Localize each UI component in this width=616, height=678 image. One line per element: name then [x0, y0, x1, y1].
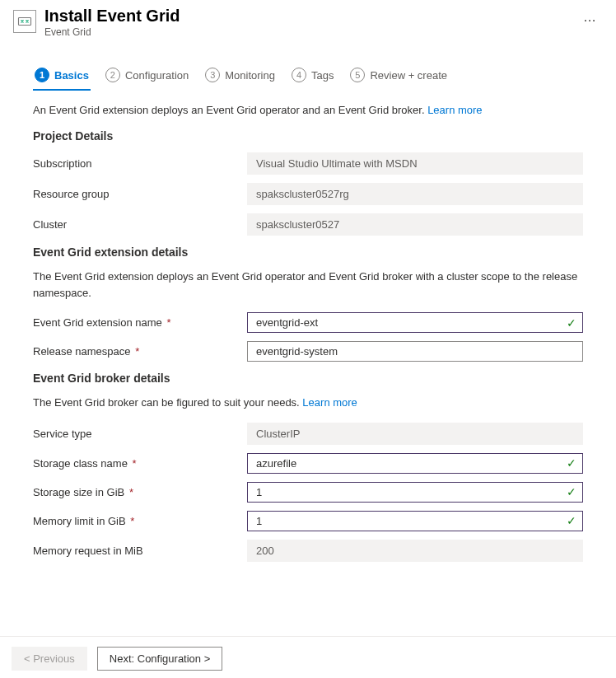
- wizard-content: An Event Grid extension deploys an Event…: [0, 91, 616, 636]
- subscription-row: Subscription Visual Studio Ultimate with…: [33, 152, 583, 175]
- intro-description: An Event Grid extension deploys an Event…: [33, 104, 583, 116]
- subscription-label: Subscription: [33, 157, 247, 170]
- release-namespace-label: Release namespace: [33, 345, 131, 358]
- memory-limit-input[interactable]: [247, 511, 583, 531]
- subscription-value: Visual Studio Ultimate with MSDN: [247, 152, 583, 175]
- required-indicator-icon: *: [129, 457, 137, 470]
- memory-limit-row: Memory limit in GiB * ✓: [33, 511, 583, 531]
- learn-more-link[interactable]: Learn more: [427, 104, 482, 116]
- resource-group-row: Resource group spakscluster0527rg: [33, 183, 583, 205]
- step-number-icon: 3: [205, 68, 220, 82]
- page-subtitle: Event Grid: [44, 26, 568, 38]
- previous-button[interactable]: < Previous: [12, 647, 87, 671]
- learn-more-link[interactable]: Learn more: [302, 396, 357, 409]
- storage-size-input[interactable]: [247, 482, 583, 503]
- page-title: Install Event Grid: [44, 7, 568, 26]
- service-type-label: Service type: [33, 428, 247, 440]
- check-icon: ✓: [567, 485, 576, 498]
- release-namespace-input[interactable]: [247, 341, 583, 362]
- cluster-row: Cluster spakscluster0527: [33, 213, 583, 236]
- tab-monitoring[interactable]: 3 Monitoring: [203, 63, 277, 91]
- release-namespace-row: Release namespace *: [33, 341, 583, 362]
- step-number-icon: 5: [350, 68, 365, 82]
- tab-basics[interactable]: 1 Basics: [33, 63, 91, 91]
- extension-name-label: Event Grid extension name: [33, 316, 162, 329]
- service-type-value: ClusterIP: [247, 423, 583, 445]
- storage-size-row: Storage size in GiB * ✓: [33, 482, 583, 503]
- tab-label: Monitoring: [225, 69, 275, 82]
- storage-class-label: Storage class name: [33, 457, 128, 470]
- memory-request-label: Memory request in MiB: [33, 545, 247, 557]
- broker-details-description: The Event Grid broker can be figured to …: [33, 395, 583, 411]
- cluster-value: spakscluster0527: [247, 213, 583, 236]
- resource-group-label: Resource group: [33, 188, 247, 200]
- required-indicator-icon: *: [128, 515, 135, 527]
- tab-configuration[interactable]: 2 Configuration: [104, 63, 190, 91]
- storage-size-label: Storage size in GiB: [33, 486, 124, 498]
- cluster-label: Cluster: [33, 218, 247, 231]
- required-indicator-icon: *: [164, 316, 171, 329]
- check-icon: ✓: [567, 514, 576, 527]
- required-indicator-icon: *: [133, 345, 140, 358]
- wizard-tabs: 1 Basics 2 Configuration 3 Monitoring 4 …: [0, 63, 616, 91]
- tab-review-create[interactable]: 5 Review + create: [348, 63, 449, 91]
- more-actions-button[interactable]: …: [576, 7, 603, 28]
- extension-details-heading: Event Grid extension details: [33, 245, 583, 259]
- memory-request-row: Memory request in MiB 200: [33, 540, 583, 562]
- tab-label: Review + create: [370, 69, 447, 82]
- check-icon: ✓: [567, 456, 576, 470]
- service-type-row: Service type ClusterIP: [33, 423, 583, 445]
- extension-name-input[interactable]: [247, 312, 583, 333]
- wizard-footer: < Previous Next: Configuration >: [0, 636, 616, 679]
- next-button[interactable]: Next: Configuration >: [97, 647, 222, 671]
- project-details-heading: Project Details: [33, 129, 583, 143]
- storage-class-row: Storage class name * ✓: [33, 453, 583, 474]
- required-indicator-icon: *: [126, 486, 133, 498]
- step-number-icon: 2: [105, 68, 120, 82]
- event-grid-icon: [13, 10, 36, 33]
- storage-class-input[interactable]: [247, 453, 583, 474]
- resource-group-value: spakscluster0527rg: [247, 183, 583, 205]
- tab-label: Configuration: [125, 69, 189, 82]
- check-icon: ✓: [567, 316, 576, 330]
- memory-request-value: 200: [247, 540, 583, 562]
- tab-label: Basics: [54, 69, 89, 82]
- step-number-icon: 4: [292, 68, 306, 82]
- extension-name-row: Event Grid extension name * ✓: [33, 312, 583, 333]
- tab-label: Tags: [311, 69, 334, 82]
- broker-details-heading: Event Grid broker details: [33, 372, 583, 385]
- memory-limit-label: Memory limit in GiB: [33, 515, 126, 527]
- tab-tags[interactable]: 4 Tags: [290, 63, 335, 91]
- extension-details-description: The Event Grid extension deploys an Even…: [33, 269, 583, 301]
- svg-rect-0: [19, 18, 31, 26]
- page-header: Install Event Grid Event Grid …: [0, 0, 616, 44]
- step-number-icon: 1: [35, 68, 49, 82]
